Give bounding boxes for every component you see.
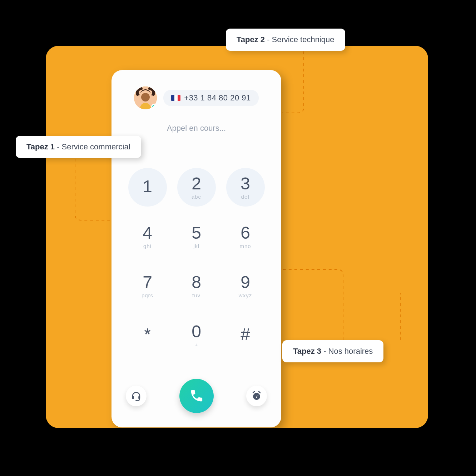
key-0-digit: 0 (192, 323, 201, 340)
key-6-digit: 6 (241, 224, 250, 242)
callout-tapez-1: Tapez 1 - Service commercial (16, 136, 141, 158)
phone-panel: +33 1 84 80 20 91 Appel en cours... 1 2 … (111, 70, 281, 427)
key-8[interactable]: 8 tuv (177, 267, 216, 305)
key-star-digit: * (144, 326, 151, 343)
key-8-digit: 8 (192, 274, 201, 291)
callout-tapez-3: Tapez 3 - Nos horaires (282, 340, 383, 362)
key-0-letters: + (195, 342, 198, 348)
phone-handset-icon (189, 388, 204, 404)
callout-2-bold: Tapez 2 (237, 35, 265, 44)
bottom-row: z z (123, 379, 270, 416)
key-0[interactable]: 0 + (177, 316, 216, 354)
phone-header: +33 1 84 80 20 91 (134, 86, 259, 109)
key-3[interactable]: 3 def (226, 168, 265, 207)
svg-point-1 (141, 93, 150, 101)
key-6-letters: mno (239, 243, 251, 249)
snooze-button[interactable]: z z (246, 386, 267, 406)
key-2-letters: abc (192, 194, 201, 200)
phone-number-pill[interactable]: +33 1 84 80 20 91 (163, 90, 259, 106)
key-hash[interactable]: # (226, 316, 265, 354)
key-4-letters: ghi (143, 243, 152, 249)
svg-rect-3 (138, 396, 140, 399)
call-button[interactable] (179, 379, 214, 413)
svg-rect-2 (132, 396, 134, 399)
key-5[interactable]: 5 jkl (177, 217, 216, 256)
flag-fr-icon (171, 95, 180, 101)
key-7-digit: 7 (143, 274, 152, 291)
key-9[interactable]: 9 wxyz (226, 267, 265, 305)
key-5-digit: 5 (192, 224, 201, 242)
key-8-letters: tuv (192, 292, 200, 298)
key-7[interactable]: 7 pqrs (128, 267, 167, 305)
key-4-digit: 4 (143, 224, 152, 242)
svg-text:z: z (257, 394, 258, 396)
key-6[interactable]: 6 mno (226, 217, 265, 256)
presence-dot (151, 104, 157, 109)
key-7-letters: pqrs (142, 292, 153, 298)
key-3-letters: def (241, 194, 250, 200)
callout-2-rest: - Service technique (265, 35, 334, 44)
key-hash-digit: # (241, 326, 250, 343)
key-2[interactable]: 2 abc (177, 168, 216, 207)
callout-1-rest: - Service commercial (55, 142, 130, 151)
key-star[interactable]: * (128, 316, 167, 354)
phone-number: +33 1 84 80 20 91 (184, 93, 251, 103)
key-2-digit: 2 (192, 175, 201, 192)
key-3-digit: 3 (241, 175, 250, 192)
key-1-digit: 1 (143, 178, 152, 195)
callout-1-bold: Tapez 1 (26, 142, 55, 151)
key-4[interactable]: 4 ghi (128, 217, 167, 256)
callout-3-bold: Tapez 3 (293, 347, 321, 356)
call-status: Appel en cours... (167, 124, 226, 133)
key-5-letters: jkl (193, 243, 199, 249)
svg-point-4 (135, 400, 137, 401)
callout-3-rest: - Nos horaires (321, 347, 373, 356)
avatar (134, 86, 157, 109)
alarm-snooze-icon: z z (251, 391, 262, 401)
keypad: 1 2 abc 3 def 4 ghi 5 jkl 6 mno 7 pqrs 8 (123, 168, 270, 354)
headset-button[interactable] (126, 386, 147, 406)
key-1[interactable]: 1 (128, 168, 167, 207)
key-9-letters: wxyz (239, 292, 252, 298)
headset-icon (131, 391, 142, 401)
key-9-digit: 9 (241, 274, 250, 291)
callout-tapez-2: Tapez 2 - Service technique (226, 29, 345, 51)
